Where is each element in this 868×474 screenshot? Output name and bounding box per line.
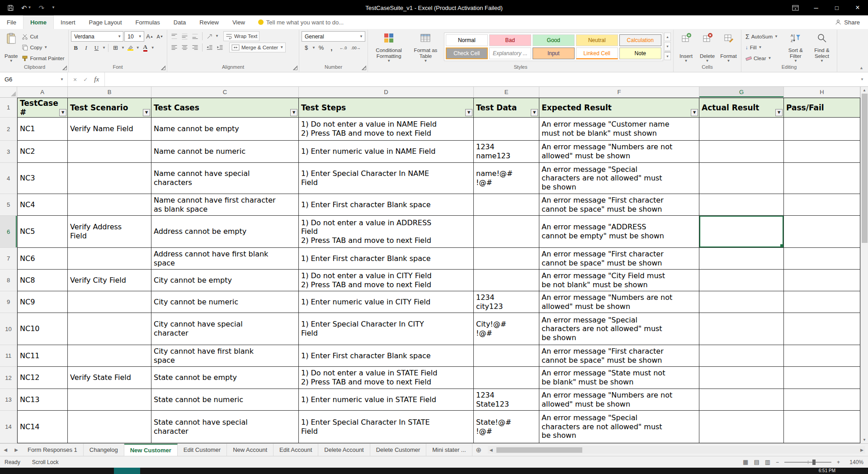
cell-C1[interactable]: Test Cases▼ <box>151 98 299 118</box>
format-as-table-button[interactable]: Format as Table▼ <box>408 31 443 64</box>
cell-H6[interactable] <box>784 216 860 248</box>
maximize-button[interactable]: □ <box>826 0 847 15</box>
cell-D11[interactable]: 1) Enter First character Blank space <box>299 345 474 367</box>
number-dialog-launcher[interactable] <box>362 66 366 70</box>
sheet-tab-new-customer[interactable]: New Customer <box>124 444 178 456</box>
sheet-tab-changelog[interactable]: Changelog <box>84 444 124 456</box>
column-header-b[interactable]: B <box>68 87 151 97</box>
wrap-text-button[interactable]: Wrap Text <box>223 31 259 41</box>
cell-G8[interactable] <box>699 270 784 291</box>
sheet-tab-edit-account[interactable]: Edit Account <box>274 444 318 456</box>
copy-button[interactable]: Copy▼ <box>20 42 66 52</box>
style-bad[interactable]: Bad <box>489 34 531 46</box>
cell-C8[interactable]: City cannot be empty <box>151 270 299 291</box>
cell-C9[interactable]: City cannot be numeric <box>151 291 299 313</box>
cell-A8[interactable]: NC8 <box>17 270 68 291</box>
align-bottom-button[interactable] <box>190 32 200 41</box>
cell-B12[interactable]: Verify State Field <box>68 367 151 389</box>
row-header-4[interactable]: 4 <box>0 163 17 194</box>
alignment-dialog-launcher[interactable] <box>293 66 297 70</box>
tab-view[interactable]: View <box>226 15 252 29</box>
cell-A4[interactable]: NC3 <box>17 163 68 194</box>
cell-H4[interactable] <box>784 163 860 194</box>
clipboard-dialog-launcher[interactable] <box>62 66 67 70</box>
cut-button[interactable]: Cut <box>20 31 66 42</box>
row-header-7[interactable]: 7 <box>0 248 17 270</box>
cell-A7[interactable]: NC6 <box>17 248 68 270</box>
scroll-down-arrow[interactable]: ▼ <box>863 438 866 442</box>
cell-A6[interactable]: NC5 <box>17 216 68 248</box>
sheet-tab-form-responses-1[interactable]: Form Responses 1 <box>22 444 84 456</box>
cell-F14[interactable]: An error message "Special characters are… <box>539 411 699 443</box>
scroll-up-arrow[interactable]: ▲ <box>863 88 866 92</box>
cell-G4[interactable] <box>699 163 784 194</box>
cell-A5[interactable]: NC4 <box>17 194 68 216</box>
undo-button[interactable]: ↶▼ <box>21 5 32 11</box>
cell-B7[interactable] <box>68 248 151 270</box>
sheet-tab-delete-customer[interactable]: Delete Customer <box>370 444 427 456</box>
delete-cells-button[interactable]: Delete▼ <box>697 31 717 64</box>
borders-button[interactable]: ⊞ <box>111 43 120 52</box>
cell-B10[interactable] <box>68 313 151 345</box>
cell-H1[interactable]: Pass/Fail <box>784 98 860 118</box>
cell-G9[interactable] <box>699 291 784 313</box>
zoom-level[interactable]: 140% <box>845 459 863 465</box>
cell-E1[interactable]: Test Data▼ <box>474 98 539 118</box>
normal-view-button[interactable]: ▦ <box>743 459 748 465</box>
cell-D10[interactable]: 1) Enter Special Character In CITY Field <box>299 313 474 345</box>
collapse-ribbon-button[interactable]: ▲ <box>859 66 863 70</box>
cell-C2[interactable]: Name cannot be empty <box>151 118 299 141</box>
cell-G1[interactable]: Actual Result▼ <box>699 98 784 118</box>
cell-H7[interactable] <box>784 248 860 270</box>
decrease-indent-button[interactable] <box>205 43 214 52</box>
cell-G7[interactable] <box>699 248 784 270</box>
merge-center-button[interactable]: Merge & Center▼ <box>229 43 286 52</box>
cell-F1[interactable]: Expected Result▼ <box>539 98 699 118</box>
cell-B6[interactable]: Verify Address Field <box>68 216 151 248</box>
fill-button[interactable]: ↓Fill▼ <box>744 42 782 52</box>
gallery-down-button[interactable]: ▼ <box>664 42 671 51</box>
zoom-slider[interactable] <box>784 462 831 463</box>
cell-A9[interactable]: NC9 <box>17 291 68 313</box>
cell-E7[interactable] <box>474 248 539 270</box>
tab-file[interactable]: File <box>0 15 23 29</box>
cell-D6[interactable]: 1) Do not enter a value in ADDRESS Field… <box>299 216 474 248</box>
cell-F5[interactable]: An error message "First character cannot… <box>539 194 699 216</box>
cell-G2[interactable] <box>699 118 784 141</box>
filter-button-f[interactable]: ▼ <box>691 109 698 116</box>
customize-qat-button[interactable]: ▼ <box>52 6 55 9</box>
cell-G5[interactable] <box>699 194 784 216</box>
clear-button[interactable]: Clear▼ <box>744 53 782 63</box>
cell-E8[interactable] <box>474 270 539 291</box>
gallery-up-button[interactable]: ▲ <box>664 33 671 41</box>
autosum-button[interactable]: ΣAutoSum▼ <box>744 31 782 42</box>
increase-font-size-button[interactable]: A▲ <box>145 32 155 41</box>
font-color-button[interactable]: A <box>141 43 150 52</box>
cell-D2[interactable]: 1) Do not enter a value in NAME Field 2)… <box>299 118 474 141</box>
cell-A3[interactable]: NC2 <box>17 141 68 163</box>
save-button[interactable] <box>7 5 14 11</box>
tab-review[interactable]: Review <box>193 15 226 29</box>
cancel-icon[interactable]: × <box>73 76 77 83</box>
cell-D7[interactable]: 1) Enter First character Blank space <box>299 248 474 270</box>
row-header-8[interactable]: 8 <box>0 270 17 291</box>
cell-F11[interactable]: An error message "First character cannot… <box>539 345 699 367</box>
cell-B5[interactable] <box>68 194 151 216</box>
style-note[interactable]: Note <box>619 47 661 59</box>
row-header-5[interactable]: 5 <box>0 194 17 216</box>
style-explanatory[interactable]: Explanatory ... <box>489 47 531 59</box>
cell-F8[interactable]: An error message "City Field must be not… <box>539 270 699 291</box>
cell-G13[interactable] <box>699 389 784 411</box>
cell-C11[interactable]: City cannot have first blank space <box>151 345 299 367</box>
cell-C10[interactable]: City cannot have special character <box>151 313 299 345</box>
percent-style-button[interactable]: % <box>316 43 326 52</box>
style-calculation[interactable]: Calculation <box>619 34 661 46</box>
cell-C7[interactable]: Address cannot have first blank space <box>151 248 299 270</box>
cell-F4[interactable]: An error message "Special characters are… <box>539 163 699 194</box>
bold-button[interactable]: B <box>71 43 80 52</box>
column-header-e[interactable]: E <box>474 87 539 97</box>
cell-C12[interactable]: State cannot be empty <box>151 367 299 389</box>
cell-H13[interactable] <box>784 389 860 411</box>
cell-E14[interactable]: State!@# !@# <box>474 411 539 443</box>
row-header-12[interactable]: 12 <box>0 367 17 389</box>
